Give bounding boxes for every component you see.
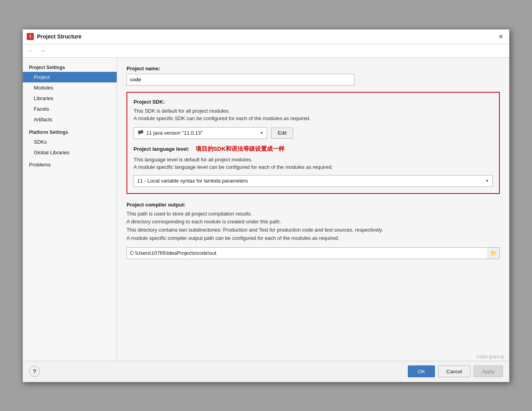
nav-bar: ← → <box>23 44 509 58</box>
sdk-title: Project SDK: <box>134 99 493 105</box>
compiler-label: Project compiler output: <box>127 202 500 208</box>
platform-settings-label: Platform Settings <box>23 125 117 137</box>
sidebar-item-global-libraries[interactable]: Global Libraries <box>23 147 117 158</box>
sdk-dropdown-arrow-icon: ▼ <box>260 131 264 135</box>
lang-level-dropdown[interactable]: 11 - Local variable syntax for lambda pa… <box>134 175 493 187</box>
sidebar-item-modules[interactable]: Modules <box>23 82 117 93</box>
lang-dropdown-arrow-icon: ▼ <box>485 179 489 183</box>
browse-button[interactable]: 📁 <box>488 248 499 259</box>
sdk-flag-icon: 🏴 <box>137 130 144 136</box>
close-button[interactable]: ✕ <box>496 32 505 41</box>
forward-button[interactable]: → <box>39 47 47 55</box>
help-button[interactable]: ? <box>29 366 40 377</box>
sidebar-item-libraries[interactable]: Libraries <box>23 93 117 104</box>
lang-level-row: Project language level: 项目的SDK和语法等级设置成一样 <box>134 145 493 153</box>
sdk-value: 11 java version "11.0.13" <box>146 130 257 136</box>
project-structure-dialog: Project Structure ✕ ← → Project Settings… <box>22 29 510 382</box>
sidebar-item-problems[interactable]: Problems <box>23 158 117 170</box>
svg-rect-2 <box>30 37 31 38</box>
compiler-path-input[interactable] <box>127 250 488 256</box>
apply-button[interactable]: Apply <box>473 365 503 377</box>
content-area: Project name: Project SDK: This SDK is d… <box>117 58 509 361</box>
cancel-button[interactable]: Cancel <box>438 365 470 377</box>
annotation-text: 项目的SDK和语法等级设置成一样 <box>196 145 285 153</box>
sidebar-item-facets[interactable]: Facets <box>23 104 117 114</box>
sidebar: Project Settings Project Modules Librari… <box>23 58 117 361</box>
sdk-row: 🏴 11 java version "11.0.13" ▼ Edit <box>134 127 493 139</box>
bottom-actions: OK Cancel Apply <box>408 365 503 377</box>
folder-icon: 📁 <box>490 250 497 256</box>
sidebar-item-artifacts[interactable]: Artifacts <box>23 114 117 125</box>
dialog-title: Project Structure <box>37 33 82 40</box>
project-name-input[interactable] <box>127 74 354 86</box>
sdk-desc: This SDK is default for all project modu… <box>134 107 493 122</box>
lang-level-value: 11 - Local variable syntax for lambda pa… <box>137 178 485 184</box>
lang-level-title: Project language level: <box>134 146 189 152</box>
sidebar-item-sdks[interactable]: SDKs <box>23 137 117 147</box>
watermark: CSDN @何中反 <box>477 354 504 360</box>
project-name-label: Project name: <box>127 66 500 71</box>
lang-description: This language level is default for all p… <box>134 156 493 171</box>
sidebar-item-project[interactable]: Project <box>23 72 117 82</box>
compiler-path-row: 📁 <box>127 247 500 259</box>
title-bar: Project Structure ✕ <box>23 29 509 44</box>
edit-sdk-button[interactable]: Edit <box>271 128 293 139</box>
main-content: Project Settings Project Modules Librari… <box>23 58 509 361</box>
compiler-section: Project compiler output: This path is us… <box>127 202 500 259</box>
title-bar-left: Project Structure <box>27 33 82 40</box>
sdk-dropdown[interactable]: 🏴 11 java version "11.0.13" ▼ <box>134 127 267 139</box>
svg-rect-1 <box>30 35 31 37</box>
back-button[interactable]: ← <box>27 47 35 55</box>
compiler-description: This path is used to store all project c… <box>127 210 500 243</box>
dialog-icon <box>27 33 34 40</box>
ok-button[interactable]: OK <box>408 365 435 377</box>
sdk-language-section: Project SDK: This SDK is default for all… <box>127 92 500 194</box>
bottom-bar: ? OK Cancel Apply <box>23 361 509 382</box>
project-settings-label: Project Settings <box>23 62 117 72</box>
